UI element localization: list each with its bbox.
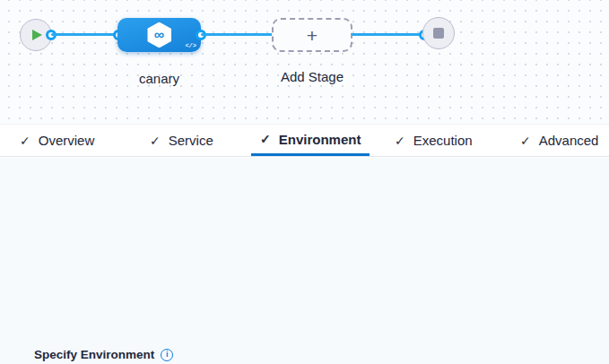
tab-label: Overview — [39, 133, 95, 148]
tab-environment[interactable]: ✓ Environment — [251, 125, 370, 156]
tab-advanced[interactable]: ✓ Advanced — [511, 125, 607, 156]
pipeline-edge — [352, 33, 424, 36]
tab-label: Service — [169, 133, 213, 148]
pipeline-stage-editor: ∞ </> + canary Add Stage ✓ Overview ✓ Se… — [0, 0, 609, 364]
stage-node-canary[interactable]: ∞ </> — [117, 18, 201, 52]
add-stage-label: Add Stage — [272, 69, 352, 84]
stage-name-label: canary — [117, 71, 201, 86]
check-icon: ✓ — [260, 132, 271, 146]
info-icon[interactable]: i — [161, 349, 173, 361]
stage-tabs: ✓ Overview ✓ Service ✓ Environment ✓ Exe… — [0, 124, 609, 157]
plus-icon: + — [307, 26, 318, 45]
tab-label: Advanced — [539, 133, 599, 148]
specify-environment-label: Specify Environment — [34, 348, 154, 361]
tab-overview[interactable]: ✓ Overview — [11, 125, 103, 156]
add-stage-button[interactable]: + — [272, 18, 352, 52]
specify-environment-row: Specify Environment i — [34, 348, 173, 361]
tab-label: Execution — [413, 133, 473, 148]
pipeline-end-node[interactable] — [422, 17, 455, 49]
code-icon: </> — [185, 42, 196, 49]
check-icon: ✓ — [520, 134, 531, 148]
infinity-icon: ∞ — [154, 28, 164, 42]
pipeline-edge — [201, 33, 273, 36]
check-icon: ✓ — [20, 134, 30, 148]
tab-label: Environment — [279, 132, 361, 147]
stop-icon — [433, 28, 444, 39]
check-icon: ✓ — [150, 134, 161, 148]
pipeline-edge — [51, 33, 118, 36]
check-icon: ✓ — [395, 134, 405, 148]
pipeline-canvas[interactable]: ∞ </> + canary Add Stage — [0, 0, 609, 124]
tab-service[interactable]: ✓ Service — [141, 125, 222, 156]
environment-tab-panel: Specify Environment i Σx ‹ Back Continue… — [0, 158, 609, 364]
tab-execution[interactable]: ✓ Execution — [386, 125, 482, 156]
play-icon — [32, 30, 42, 40]
deploy-stage-icon: ∞ — [147, 22, 171, 48]
